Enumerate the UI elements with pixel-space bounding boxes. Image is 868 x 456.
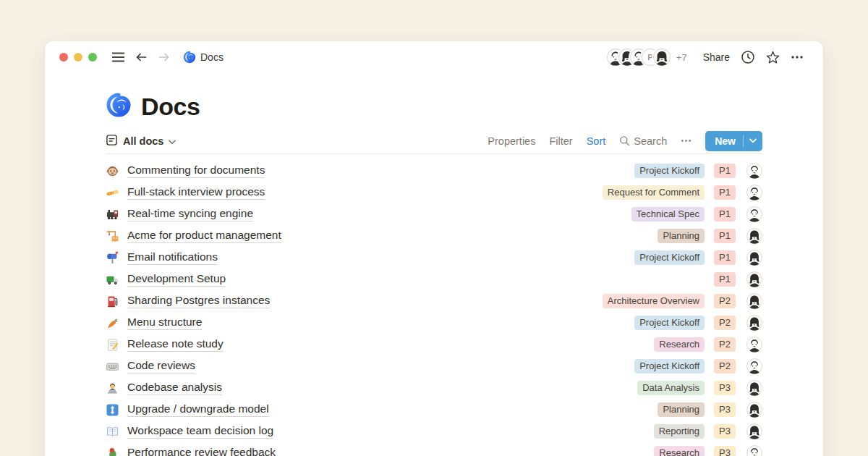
toolbar-more-icon[interactable] <box>681 139 692 143</box>
collaborator-avatar[interactable] <box>653 48 671 66</box>
locomotive-icon <box>106 208 119 221</box>
doc-title-link[interactable]: Menu structure <box>127 316 202 330</box>
extra-collaborators-count[interactable]: +7 <box>676 52 687 63</box>
doc-type-tag: Architecture Overview <box>603 294 705 308</box>
priority-badge: P3 <box>714 402 736 417</box>
history-clock-icon[interactable] <box>741 50 755 64</box>
doc-title-link[interactable]: Code reviews <box>127 359 195 373</box>
hamburger-menu-icon[interactable] <box>112 52 124 62</box>
owner-avatar <box>746 337 762 352</box>
owner-avatar <box>746 228 762 244</box>
doc-title-link[interactable]: Sharding Postgres instances <box>127 294 270 308</box>
more-options-icon[interactable] <box>791 55 804 59</box>
docs-spiral-logo-icon <box>106 92 132 121</box>
forward-icon[interactable] <box>158 51 171 63</box>
priority-badge: P3 <box>714 424 736 439</box>
mailbox-icon <box>106 251 119 265</box>
traffic-lights <box>59 53 97 62</box>
new-button-group: New <box>705 131 762 151</box>
doc-title-link[interactable]: Performance review feedback <box>127 446 276 456</box>
table-row[interactable]: Codebase analysis Data Analysis P3 <box>106 377 762 399</box>
table-row[interactable]: Real-time syncing engine Technical Spec … <box>106 203 762 225</box>
table-row[interactable]: Sharding Postgres instances Architecture… <box>106 290 762 312</box>
back-icon[interactable] <box>135 51 148 63</box>
open-book-icon <box>106 425 119 439</box>
view-toolbar: All docs Properties Filter Sort Search <box>106 134 762 154</box>
table-row[interactable]: Email notifications Project Kickoff P1 <box>106 247 762 269</box>
sort-button[interactable]: Sort <box>587 135 606 147</box>
owner-avatar <box>746 402 762 418</box>
new-button[interactable]: New <box>705 131 743 151</box>
doc-type-tag: Reporting <box>654 424 705 439</box>
view-switcher-all-docs[interactable]: All docs <box>106 134 176 148</box>
doc-title-link[interactable]: Commenting for documents <box>127 164 265 178</box>
table-row[interactable]: Upgrade / downgrade model Planning P3 <box>106 399 762 421</box>
doc-title-link[interactable]: Upgrade / downgrade model <box>127 402 269 417</box>
doc-title-link[interactable]: Release note study <box>127 337 224 352</box>
table-row[interactable]: Development Setup P1 <box>106 269 762 290</box>
doc-title-link[interactable]: Real-time syncing engine <box>127 207 253 221</box>
priority-badge: P3 <box>714 446 736 456</box>
window-doc-title: Docs <box>200 51 224 63</box>
handshake-icon <box>106 186 119 200</box>
doc-list-icon <box>106 134 118 148</box>
doc-type-tag: Data Analysis <box>637 381 705 395</box>
app-window: Docs P +7 Share Docs <box>45 41 823 456</box>
doc-title-link[interactable]: Full-stack interview process <box>127 185 265 200</box>
doc-type-tag: Research <box>654 337 705 352</box>
table-row[interactable]: Release note study Research P2 <box>106 334 762 355</box>
keyboard-icon <box>106 360 119 373</box>
search-button[interactable]: Search <box>619 135 667 147</box>
parrot-icon <box>106 447 119 456</box>
owner-avatar <box>746 163 762 179</box>
doc-type-tag: Request for Comment <box>603 185 705 200</box>
app-spiral-logo-icon <box>183 51 196 64</box>
priority-badge: P3 <box>714 381 736 395</box>
table-row[interactable]: Code reviews Project Kickoff P2 <box>106 355 762 377</box>
view-switcher-label: All docs <box>123 135 163 147</box>
priority-badge: P1 <box>714 229 736 243</box>
owner-avatar <box>746 423 762 439</box>
page-content: Docs All docs Properties Filter Sort <box>45 90 823 456</box>
fuel-pump-icon <box>106 295 119 308</box>
filter-button[interactable]: Filter <box>549 135 572 147</box>
technologist-icon <box>106 381 119 395</box>
priority-badge: P2 <box>714 359 736 373</box>
properties-button[interactable]: Properties <box>488 135 535 147</box>
table-row[interactable]: Full-stack interview process Request for… <box>106 182 762 203</box>
owner-avatar <box>746 358 762 374</box>
collaborator-avatar-stack: P <box>607 48 671 66</box>
priority-badge: P2 <box>714 316 736 330</box>
doc-title-link[interactable]: Development Setup <box>127 272 226 287</box>
owner-avatar <box>746 445 762 456</box>
share-button[interactable]: Share <box>703 51 730 63</box>
doc-type-tag: Technical Spec <box>631 207 705 221</box>
owner-avatar <box>746 185 762 200</box>
memo-icon <box>106 338 119 352</box>
table-row[interactable]: Acme for product management Planning P1 <box>106 225 762 247</box>
priority-badge: P1 <box>714 185 736 200</box>
page-title: Docs <box>141 93 200 121</box>
doc-title-link[interactable]: Workspace team decision log <box>127 424 273 439</box>
new-dropdown-chevron-icon[interactable] <box>744 131 762 151</box>
doc-type-tag: Project Kickoff <box>634 250 705 265</box>
zoom-window-button[interactable] <box>88 53 97 62</box>
doc-title-link[interactable]: Email notifications <box>127 250 218 265</box>
priority-badge: P1 <box>714 250 736 265</box>
minimize-window-button[interactable] <box>74 53 82 62</box>
table-row[interactable]: Menu structure Project Kickoff P2 <box>106 312 762 334</box>
doc-title-link[interactable]: Codebase analysis <box>127 381 222 395</box>
owner-avatar <box>746 293 762 309</box>
doc-type-tag: Project Kickoff <box>634 316 705 330</box>
favorite-star-icon[interactable] <box>765 50 780 65</box>
table-row[interactable]: Performance review feedback Research P3 <box>106 442 762 456</box>
doc-type-tag: Research <box>654 446 705 456</box>
table-row[interactable]: Workspace team decision log Reporting P3 <box>106 421 762 442</box>
search-label: Search <box>634 135 667 147</box>
chevron-down-icon <box>169 135 176 147</box>
table-row[interactable]: Commenting for documents Project Kickoff… <box>106 160 762 182</box>
close-window-button[interactable] <box>59 53 68 62</box>
priority-badge: P1 <box>714 272 736 287</box>
doc-title-link[interactable]: Acme for product management <box>127 229 281 243</box>
priority-badge: P2 <box>714 337 736 352</box>
